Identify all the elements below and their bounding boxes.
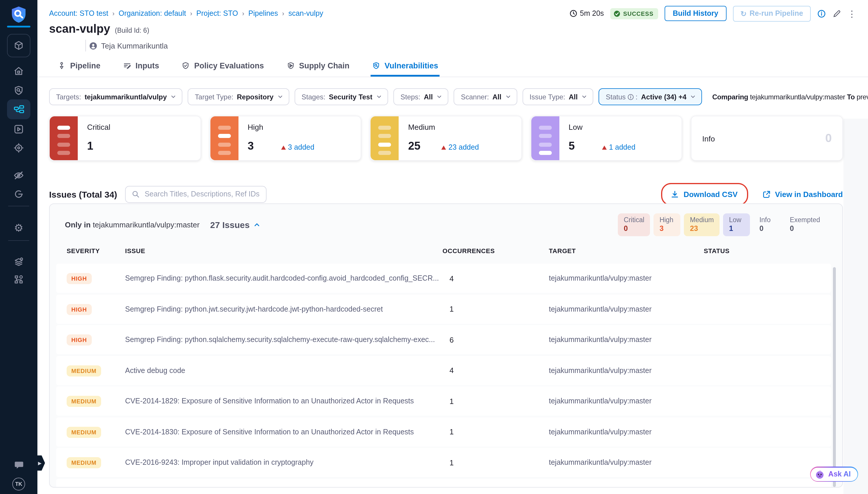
severity-card-low[interactable]: Low 5 1 added	[531, 116, 682, 161]
table-row[interactable]: MEDIUM CVE-2017-11424: PyJWT ... 1 tejak…	[56, 478, 831, 488]
chat-icon[interactable]	[7, 456, 31, 474]
breadcrumb-separator: ›	[242, 10, 244, 17]
module-cube-icon[interactable]	[7, 34, 31, 57]
table-row[interactable]: MEDIUM CVE-2014-1829: Exposure of Sensit…	[56, 386, 831, 416]
home-icon[interactable]	[7, 62, 31, 80]
page-title: scan-vulpy	[49, 22, 110, 36]
table-row[interactable]: HIGH Semgrep Finding: python.sqlalchemy.…	[56, 325, 831, 354]
target: tejakummarikuntla/vulpy:master	[549, 397, 704, 405]
chip-critical[interactable]: Critical0	[618, 213, 650, 236]
panel-header: Only in tejakummarikuntla/vulpy:master 2…	[50, 204, 842, 242]
table-row[interactable]: MEDIUM Active debug code 4 tejakummariku…	[56, 356, 831, 385]
nav-divider	[8, 240, 29, 241]
issue-title: CVE-2014-1829: Exposure of Sensitive Inf…	[125, 397, 442, 405]
executions-icon[interactable]	[7, 120, 31, 138]
table-row[interactable]: MEDIUM CVE-2014-1830: Exposure of Sensit…	[56, 417, 831, 446]
col-severity: SEVERITY	[66, 247, 125, 254]
triangle-up-icon	[442, 145, 446, 149]
top-bar: Account: STO test › Organization: defaul…	[37, 0, 868, 20]
tab-vulnerabilities[interactable]: Vulnerabilities	[371, 57, 440, 77]
target: tejakummarikuntla/vulpy:master	[549, 428, 704, 436]
chip-high[interactable]: High3	[654, 213, 681, 236]
check-circle-icon	[613, 10, 621, 17]
severity-card-medium[interactable]: Medium 25 23 added	[370, 116, 522, 161]
left-nav-sidebar: ⚙ TK	[0, 0, 37, 494]
tab-policy-evaluations[interactable]: Policy Evaluations	[180, 57, 265, 77]
scans-shield-icon[interactable]	[7, 82, 31, 99]
filter-steps[interactable]: Steps:All	[393, 88, 449, 105]
clock-icon	[569, 10, 578, 18]
info-icon[interactable]	[817, 9, 826, 18]
default-settings-icon[interactable]	[7, 253, 31, 271]
chevron-down-icon	[690, 94, 696, 100]
ask-ai-button[interactable]: Ask AI	[810, 467, 858, 482]
severity-card-high[interactable]: High 3 3 added	[210, 116, 361, 161]
breadcrumb-separator: ›	[190, 10, 192, 17]
filter-scanner[interactable]: Scanner:All	[454, 88, 517, 105]
target: tejakummarikuntla/vulpy:master	[549, 336, 704, 344]
occurrences: 1	[442, 458, 549, 467]
external-link-icon	[762, 190, 771, 198]
kebab-menu-icon[interactable]: ⋮	[848, 9, 856, 18]
filters-row: Targets:tejakummarikuntla/vulpy Target T…	[49, 88, 856, 105]
download-csv-button[interactable]: Download CSV	[671, 190, 738, 198]
exemptions-eye-off-icon[interactable]	[7, 167, 31, 184]
view-in-dashboard-button[interactable]: View in Dashboard	[762, 190, 843, 198]
breadcrumb-link-account[interactable]: Account: STO test	[49, 10, 108, 18]
search-icon	[132, 190, 140, 198]
filter-target-type[interactable]: Target Type:Repository	[188, 88, 289, 105]
tab-supply-chain[interactable]: Supply Chain	[285, 57, 351, 77]
issue-title: CVE-2016-9243: Improper input validation…	[125, 458, 442, 467]
targets-icon[interactable]	[7, 139, 31, 157]
rerun-pipeline-button[interactable]: ↻ Re-run Pipeline	[733, 5, 811, 21]
severity-card-info[interactable]: Info 0	[691, 116, 843, 161]
table-scrollbar[interactable]	[833, 267, 836, 487]
user-icon	[89, 41, 98, 50]
breadcrumb-link-pipelines[interactable]: Pipelines	[248, 10, 278, 18]
tab-inputs[interactable]: Inputs	[121, 57, 160, 77]
infrastructure-icon[interactable]	[7, 271, 31, 288]
refresh-icon: ↻	[740, 9, 747, 18]
table-row[interactable]: MEDIUM CVE-2016-9243: Improper input val…	[56, 448, 831, 477]
settings-gear-icon[interactable]: ⚙	[7, 219, 31, 237]
severity-badge: HIGH	[66, 335, 92, 345]
chip-exempted[interactable]: Exempted0	[784, 213, 826, 236]
col-status: STATUS	[704, 247, 842, 254]
chip-medium[interactable]: Medium23	[684, 213, 720, 236]
chip-info[interactable]: Info0	[753, 213, 780, 236]
breadcrumb-link-project[interactable]: Project: STO	[196, 10, 238, 18]
issues-search[interactable]	[126, 186, 267, 203]
occurrences: 1	[442, 397, 549, 405]
app-root: ⚙ TK ▶ Account: S	[0, 0, 868, 494]
table-row[interactable]: HIGH Semgrep Finding: python.flask.secur…	[56, 264, 831, 293]
breadcrumb-link-org[interactable]: Organization: default	[119, 10, 186, 18]
page-background-strip	[844, 119, 868, 494]
filter-stages[interactable]: Stages:Security Test	[295, 88, 388, 105]
table-row[interactable]: HIGH Semgrep Finding: python.jwt.securit…	[56, 294, 831, 324]
chevron-down-icon	[436, 94, 443, 100]
severity-meter-icon	[50, 116, 78, 160]
filter-targets[interactable]: Targets:tejakummarikuntla/vulpy	[49, 88, 183, 105]
build-history-button[interactable]: Build History	[664, 6, 727, 21]
col-issue: ISSUE	[125, 247, 442, 254]
filter-issue-type[interactable]: Issue Type:All	[523, 88, 594, 105]
sto-shield-search-logo[interactable]	[9, 5, 28, 26]
filter-status[interactable]: Status : Active (34) +4	[599, 88, 702, 105]
pipeline-icon	[57, 61, 66, 70]
getting-started-icon[interactable]	[7, 185, 31, 203]
severity-card-critical[interactable]: Critical 1	[49, 116, 201, 161]
breadcrumb-separator: ›	[282, 10, 284, 17]
target: tejakummarikuntla/vulpy:master	[549, 274, 704, 282]
chip-low[interactable]: Low1	[723, 213, 750, 236]
issues-header-row: Issues (Total 34) Download CSV	[49, 185, 843, 203]
user-avatar[interactable]: TK	[12, 478, 25, 491]
shield-search-icon	[372, 61, 381, 70]
severity-meter-icon	[371, 116, 399, 160]
pipelines-icon[interactable]	[7, 99, 31, 119]
search-input[interactable]	[143, 189, 266, 199]
edit-pencil-icon[interactable]	[832, 9, 841, 18]
tab-pipeline[interactable]: Pipeline	[56, 57, 102, 77]
breadcrumb-current: scan-vulpy	[288, 10, 324, 18]
issues-count-toggle[interactable]: 27 Issues	[210, 220, 261, 230]
chevron-down-icon	[170, 94, 177, 100]
